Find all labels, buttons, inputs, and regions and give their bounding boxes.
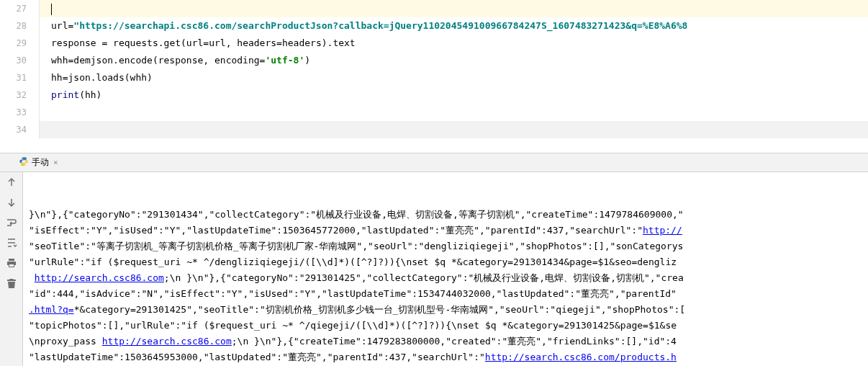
line-number: 28	[0, 17, 40, 35]
soft-wrap-icon[interactable]	[6, 217, 17, 228]
code-line[interactable]: 29response = requests.get(url=url, heade…	[0, 35, 868, 52]
console-tab-label: 手动	[32, 156, 49, 169]
code-token: headers	[237, 37, 276, 48]
console-link[interactable]: http://search.csc86.com	[35, 272, 164, 283]
code-token: demjson.encode(response,	[73, 55, 214, 66]
console-output[interactable]: }\n"},{"categoryNo":"291301434","collect…	[23, 172, 868, 366]
console-line: "seoTitle":"等离子切割机_等离子切割机价格_等离子切割机厂家-华南城…	[29, 238, 868, 254]
console-line: "urlRule":"if ($request_uri ~* ^/dengliz…	[29, 254, 868, 270]
console-line: http://search.csc86.com;\n }\n"},{"categ…	[29, 270, 868, 286]
code-token: url	[186, 37, 203, 48]
trash-icon[interactable]	[6, 277, 17, 289]
code-content[interactable]: response = requests.get(url=url, headers…	[40, 35, 868, 52]
code-token: =	[101, 37, 113, 48]
console-line: }\n"},{"categoryNo":"291301434","collect…	[29, 207, 868, 223]
line-number: 32	[0, 86, 40, 104]
console-link[interactable]: http://search.csc86.com	[102, 336, 232, 347]
code-token: response	[51, 37, 101, 48]
console-area: }\n"},{"categoryNo":"291301434","collect…	[0, 172, 868, 366]
code-content[interactable]	[40, 0, 868, 17]
print-icon[interactable]	[6, 257, 17, 269]
code-token: =url,	[203, 37, 237, 48]
line-number: 30	[0, 52, 40, 69]
code-token: "https://searchapi.csc86.com/searchProdu…	[73, 20, 687, 31]
close-icon[interactable]: ×	[53, 158, 58, 167]
code-line[interactable]: 31hh=json.loads(whh)	[0, 69, 868, 86]
console-line: .html?q=*&category=291301425","seoTitle"…	[29, 302, 868, 318]
console-link[interactable]: .html?q=	[29, 304, 74, 315]
line-number: 31	[0, 69, 40, 86]
line-number: 29	[0, 35, 40, 52]
code-line[interactable]: 33	[0, 104, 868, 121]
console-line: "lastUpdateTime":1503645953000,"lastUpda…	[29, 349, 868, 365]
code-token: =headers).text	[276, 37, 356, 48]
code-line[interactable]: 30whh=demjson.encode(response, encoding=…	[0, 52, 868, 69]
code-token: url	[51, 20, 68, 31]
code-line[interactable]: 32print(hh)	[0, 86, 868, 104]
console-line: \nproxy_pass http://search.csc86.com;\n …	[29, 334, 868, 349]
code-token: encoding	[214, 55, 260, 66]
line-number: 27	[0, 0, 40, 17]
line-number: 33	[0, 104, 40, 121]
scroll-to-end-icon[interactable]	[6, 237, 17, 249]
code-line[interactable]: 27	[0, 0, 868, 17]
code-token: (hh)	[79, 89, 101, 100]
console-link[interactable]: http://search.csc86.com/products.h	[485, 352, 677, 362]
code-line[interactable]: 28url="https://searchapi.csc86.com/searc…	[0, 17, 868, 35]
code-editor[interactable]: 2728url="https://searchapi.csc86.com/sea…	[0, 0, 868, 138]
line-number: 34	[0, 121, 40, 138]
console-line: "isEffect":"Y","isUsed":"Y","lastUpdateT…	[29, 223, 868, 238]
console-line: "topicPhotos":[],"urlRule":"if ($request…	[29, 318, 868, 334]
arrow-up-icon[interactable]	[6, 177, 17, 188]
code-content[interactable]: whh=demjson.encode(response, encoding='u…	[40, 52, 868, 69]
code-content[interactable]: print(hh)	[40, 86, 868, 104]
code-content[interactable]: url="https://searchapi.csc86.com/searchP…	[40, 17, 868, 35]
code-content[interactable]: hh=json.loads(whh)	[40, 69, 868, 86]
code-token: print	[51, 89, 79, 100]
python-icon	[19, 156, 29, 169]
caret	[51, 4, 52, 15]
code-token: )	[304, 55, 310, 66]
console-toolbar	[0, 172, 23, 366]
code-token: requests.get(	[113, 37, 186, 48]
code-token: json.loads(whh)	[68, 72, 152, 83]
code-token: 'utf-8'	[265, 55, 304, 66]
console-tab[interactable]: 手动 ×	[14, 155, 63, 170]
console-tab-bar: 手动 ×	[0, 153, 868, 172]
code-line[interactable]: 34	[0, 121, 868, 138]
console-link[interactable]: http://	[643, 225, 682, 236]
code-token: hh	[51, 72, 63, 83]
arrow-down-icon[interactable]	[6, 197, 17, 208]
code-token: whh	[51, 55, 68, 66]
console-line: "id":444,"isAdvice":"N","isEffect":"Y","…	[29, 286, 868, 302]
